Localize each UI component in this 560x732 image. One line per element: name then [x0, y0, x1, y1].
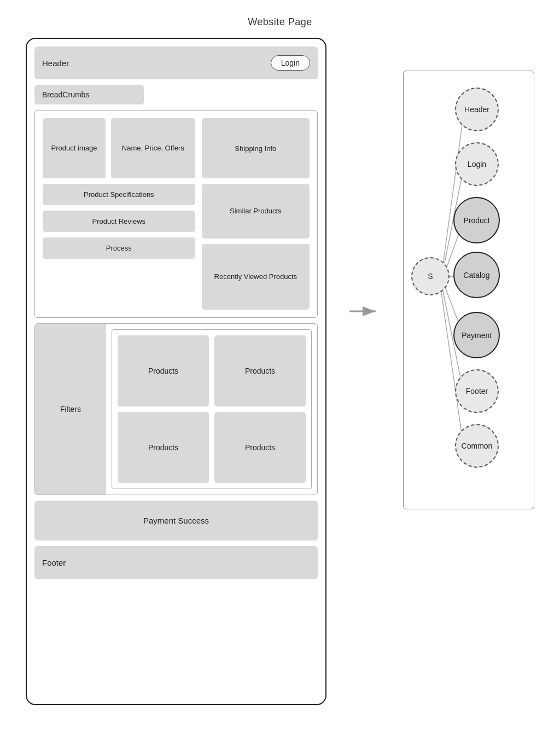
- node-header: Header: [455, 88, 499, 131]
- header-label: Header: [42, 59, 69, 68]
- node-payment: Payment: [453, 312, 500, 358]
- filters-col: Filters: [35, 324, 106, 495]
- node-s-label: S: [428, 272, 433, 281]
- product-card-1: Products: [118, 335, 209, 406]
- node-payment-label: Payment: [462, 331, 492, 340]
- node-catalog: Catalog: [453, 252, 500, 298]
- breadcrumbs-bar: BreadCrumbs: [34, 85, 144, 104]
- graph-inner: Header Login Product S Catalog Payment: [409, 82, 529, 498]
- catalog-section: Filters Products Products Products Produ…: [34, 323, 318, 495]
- node-login: Login: [455, 142, 499, 186]
- product-detail-section: Product image Name, Price, Offers Produc…: [34, 110, 318, 318]
- main-layout: Header Login BreadCrumbs Product image N…: [11, 38, 549, 705]
- svg-line-3: [441, 118, 463, 276]
- product-reviews-bar: Product Reviews: [43, 211, 195, 232]
- product-image-box: Product image: [43, 118, 106, 178]
- node-common-label: Common: [462, 441, 493, 450]
- product-left-col: Product image Name, Price, Offers Produc…: [43, 118, 195, 310]
- product-card-2: Products: [214, 335, 306, 406]
- name-price-box: Name, Price, Offers: [111, 118, 195, 178]
- similar-products-box: Similar Products: [202, 184, 310, 239]
- node-common: Common: [455, 424, 499, 468]
- node-footer-label: Footer: [466, 387, 488, 396]
- product-card-3: Products: [118, 412, 209, 483]
- footer-bar: Footer: [34, 546, 318, 579]
- node-product: Product: [453, 197, 500, 243]
- login-button[interactable]: Login: [271, 55, 310, 71]
- arrow-container: [348, 300, 381, 322]
- graph-panel: Header Login Product S Catalog Payment: [403, 71, 534, 509]
- product-specifications-bar: Product Specifications: [43, 184, 195, 205]
- page-title: Website Page: [248, 16, 312, 28]
- shipping-info-box: Shipping Info: [202, 118, 310, 178]
- product-right-col: Shipping Info Similar Products Recently …: [202, 118, 310, 310]
- header-section: Header Login: [34, 47, 318, 79]
- node-s: S: [411, 257, 450, 295]
- payment-success-section: Payment Success: [34, 501, 318, 541]
- node-login-label: Login: [468, 160, 486, 169]
- node-catalog-label: Catalog: [463, 271, 489, 280]
- svg-line-9: [440, 286, 463, 444]
- product-top-row: Product image Name, Price, Offers: [43, 118, 195, 178]
- node-footer: Footer: [455, 369, 499, 413]
- recently-viewed-box: Recently Viewed Products: [202, 244, 310, 310]
- products-grid: Products Products Products Products: [112, 329, 312, 489]
- node-product-label: Product: [463, 216, 489, 225]
- website-panel: Header Login BreadCrumbs Product image N…: [26, 38, 326, 705]
- product-card-4: Products: [214, 412, 306, 483]
- right-arrow-icon: [348, 300, 381, 322]
- process-bar: Process: [43, 237, 195, 259]
- node-header-label: Header: [464, 105, 489, 114]
